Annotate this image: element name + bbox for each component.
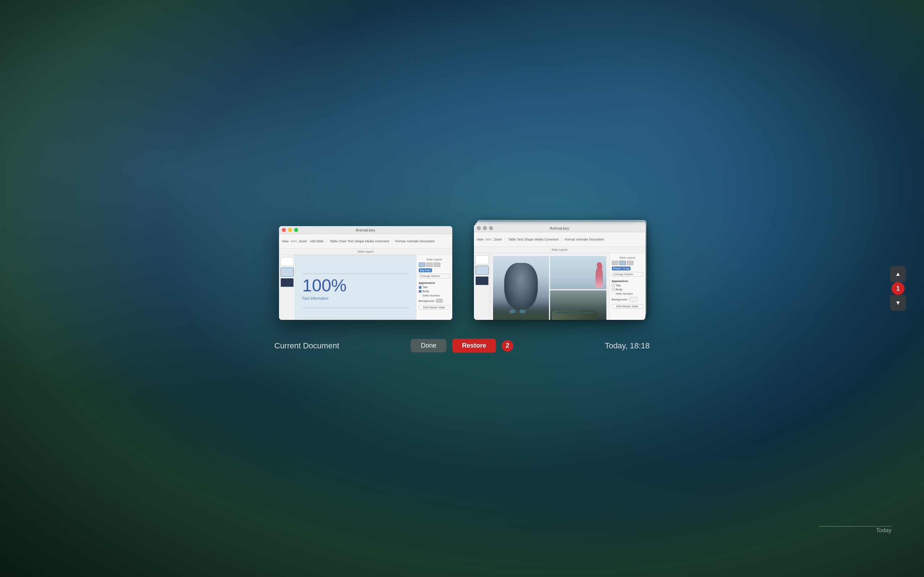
slide-subtitle: Fact Information [302,297,409,300]
panel-layout-label: Slide Layout [419,258,450,261]
slide-thumb-r1[interactable] [475,255,489,264]
change-master-btn[interactable]: Change Master [419,274,450,279]
slide-photo-area [490,253,609,320]
restore-edit-master-btn[interactable]: Edit Master Slide [612,304,643,309]
toolbar-sep-2 [392,238,393,245]
slide-thumb-3[interactable] [281,278,294,287]
bottom-area: Current Document Done Restore 2 Today, 1… [274,338,650,353]
slide-thumb-r3[interactable] [475,276,489,285]
table-label: Table [330,239,338,243]
photo-flamingo [550,256,606,289]
shape-label: Shape [354,239,364,243]
timeline-controls: ▲ 1 ▼ [890,266,906,311]
restore-title-checkbox[interactable] [612,284,615,287]
subtitle-toolbar: Slide Layout [279,248,452,255]
photo-collage [493,256,606,320]
comment-label-r: Comment [544,238,558,241]
appearance-title: Appearance [419,281,450,285]
slide-thumbnails-panel [279,255,295,320]
panel-thumb-1[interactable] [419,263,425,267]
panel-badge: Big Fact [419,268,432,272]
body-label: Body [423,290,429,293]
view-label: View [282,239,289,243]
window-body-current: 100% Fact Information Slide Layout Big F… [279,255,452,320]
current-document-label: Current Document [274,341,339,350]
min-btn-restore [483,226,487,230]
restore-bg-row: Background [612,297,643,302]
layout-subtitle: Slide Layout [357,250,373,253]
panel-thumb-3[interactable] [434,263,440,267]
restore-count-badge: 2 [502,340,513,351]
restore-panel-thumb-2[interactable] [619,261,626,265]
restore-panel-thumb-row [612,261,643,265]
zoom-label: Zoom [299,239,307,243]
slide-bottom-line [302,308,409,308]
restore-title-label: Title [616,284,621,287]
timeline-nav-down[interactable]: ▼ [890,295,906,311]
toolbar-group-insert: Table Chart Text Shape Media Comment [330,239,389,243]
slide-number-label: Slide Number [423,294,440,297]
layout-subtitle-restore: Slide Layout [551,248,567,251]
restore-panel-thumb-3[interactable] [627,261,633,265]
edit-master-btn[interactable]: Edit Master Slide [419,305,450,310]
close-btn[interactable] [282,228,286,232]
toolbar-group-restore-left: View 48% Zoom [477,238,502,241]
slide-thumb-1[interactable] [281,257,294,266]
format-label-r: Format [564,238,575,241]
slide-top-line [302,274,409,274]
toolbar-group-restore-right: Format Animate Document [564,238,604,241]
documents-row: Animal.key View 44% Zoom Add Slide Table… [279,224,645,320]
timeline-line [819,526,892,527]
restore-bg-toggle[interactable] [628,297,638,302]
today-timestamp: Today, 18:18 [605,341,650,350]
restore-body-label: Body [616,288,622,291]
minimize-btn[interactable] [288,228,292,232]
maximize-btn[interactable] [294,228,298,232]
bg-row: Background [419,298,450,303]
today-text: Today [876,527,892,533]
slide-thumb-2[interactable] [281,268,294,277]
window-title-current: Animal.key [356,228,375,232]
title-label: Title [423,285,428,289]
restore-body-checkbox[interactable] [612,288,615,291]
restore-change-master-btn[interactable]: Change Master [612,272,643,277]
media-label-r: Media [535,238,544,241]
restore-button[interactable]: Restore [452,338,496,353]
restore-panel-thumb-1[interactable] [612,261,618,265]
body-checkbox[interactable] [419,290,422,293]
restore-appearance-title: Appearance [612,279,643,283]
window-toolbar-restore: View 48% Zoom Table Text Shape Media Com… [474,232,645,247]
text-label: Text [347,239,354,243]
close-btn-restore [477,226,481,230]
photo-bird [493,256,549,320]
view-label-r: View [477,238,484,241]
window-body-restore: Slide Layout Photo - 3 Up Change Master … [474,253,645,320]
panel-thumb-2[interactable] [426,263,433,267]
current-doc-label-area: Current Document [274,341,347,351]
restore-document-stack: Animal.key View 48% Zoom Table Text Shap… [474,224,645,320]
version-browser: Animal.key View 44% Zoom Add Slide Table… [0,0,924,577]
today-timestamp-area: Today, 18:18 [577,341,650,351]
restore-document-window: Animal.key View 48% Zoom Table Text Shap… [474,224,645,320]
current-document-window: Animal.key View 44% Zoom Add Slide Table… [279,226,452,320]
done-button[interactable]: Done [411,339,446,352]
animate-label-r: Animate [576,238,588,241]
toolbar-sep-r1 [505,236,505,243]
media-label: Media [365,239,374,243]
window-titlebar-current: Animal.key [279,226,452,234]
shape-label-r: Shape [524,238,533,241]
body-checkbox-row: Body [419,290,450,293]
background-toggle[interactable] [435,298,443,303]
restore-slide-number-label: Slide Number [616,292,633,295]
slide-layout-panel: Slide Layout Big Fact Change Master Appe… [416,255,452,320]
toolbar-sep-r2 [561,236,562,243]
slide-big-text: 100% [302,277,409,294]
background-label: Background [419,299,434,303]
slide-thumb-r2[interactable] [475,266,489,275]
animate-label: Animate [407,239,419,243]
text-label-r: Text [517,238,523,241]
timeline-nav-up[interactable]: ▲ [890,266,906,282]
title-checkbox[interactable] [419,286,422,289]
subtitle-toolbar-restore: Slide Layout [474,247,645,253]
timeline-nav-badge: 1 [892,282,905,295]
